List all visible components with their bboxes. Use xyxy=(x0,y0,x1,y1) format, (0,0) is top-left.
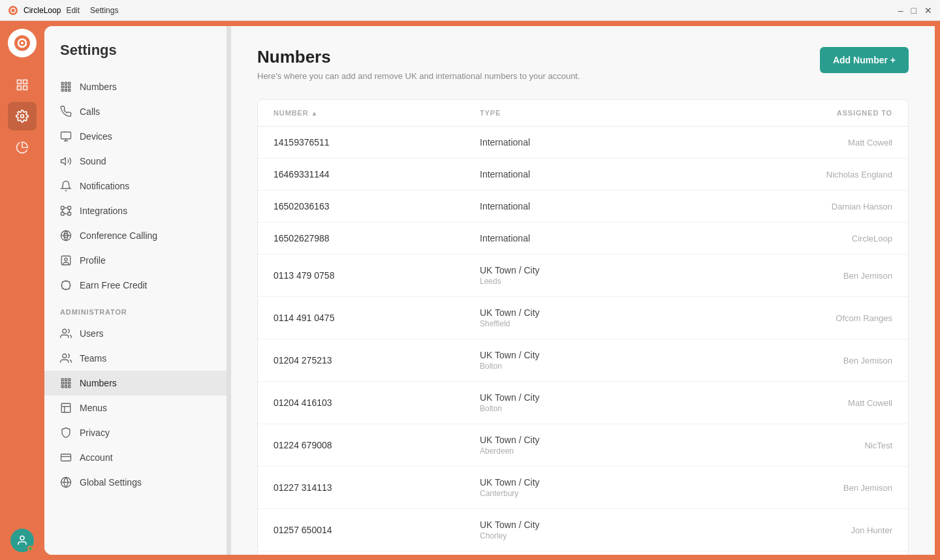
cell-type: International xyxy=(480,169,686,179)
svg-rect-49 xyxy=(61,403,70,412)
svg-point-36 xyxy=(65,258,68,261)
svg-rect-5 xyxy=(18,80,22,84)
minimize-button[interactable]: – xyxy=(898,5,903,16)
rail-settings-button[interactable] xyxy=(8,102,37,131)
privacy-icon xyxy=(60,427,72,439)
svg-rect-8 xyxy=(24,86,27,90)
sidebar-item-calls[interactable]: Calls xyxy=(44,99,227,124)
page-subtitle: Here's where you can add and remove UK a… xyxy=(257,71,580,81)
cell-number: 01204 416103 xyxy=(274,397,480,408)
sidebar-item-conference[interactable]: Conference Calling xyxy=(44,223,227,248)
rail-grid-button[interactable] xyxy=(8,70,37,99)
online-status-dot xyxy=(27,546,33,552)
sidebar-item-devices[interactable]: Devices xyxy=(44,124,227,149)
svg-rect-24 xyxy=(61,206,65,210)
settings-icon xyxy=(16,110,29,123)
sidebar-item-earn-credit[interactable]: Earn Free Credit xyxy=(44,273,227,298)
add-number-button[interactable]: Add Number + xyxy=(820,47,909,73)
menus-icon xyxy=(60,402,72,414)
svg-rect-16 xyxy=(69,86,70,88)
sidebar-item-admin-numbers[interactable]: Numbers xyxy=(44,371,227,396)
col-number: NUMBER ▲ xyxy=(274,109,480,117)
table-row[interactable]: 01204 275213 UK Town / CityBolton Ben Je… xyxy=(258,339,908,382)
integrations-icon xyxy=(60,205,72,217)
account-icon xyxy=(60,452,72,463)
table-row[interactable]: 16502036163 International Damian Hanson xyxy=(258,191,908,223)
sidebar-item-users[interactable]: Users xyxy=(44,321,227,346)
sort-arrow-icon[interactable]: ▲ xyxy=(311,110,319,117)
rail-logo[interactable] xyxy=(8,29,37,57)
cell-number: 01227 314113 xyxy=(274,482,480,493)
users-icon xyxy=(60,328,72,339)
svg-rect-48 xyxy=(69,386,70,388)
cell-assigned: CircleLoop xyxy=(686,234,892,243)
cell-assigned: Ofcom Ranges xyxy=(686,313,892,323)
table-row[interactable]: 0114 491 0475 UK Town / CitySheffield Of… xyxy=(258,297,908,339)
sidebar-title: Settings xyxy=(44,42,227,74)
svg-rect-42 xyxy=(69,379,70,381)
col-assigned: ASSIGNED TO xyxy=(686,109,892,117)
menu-settings[interactable]: Settings xyxy=(90,6,118,15)
titlebar-controls: – □ ✕ xyxy=(898,5,932,16)
main-panel: Numbers Here's where you can add and rem… xyxy=(231,26,935,555)
sidebar-item-sound[interactable]: Sound xyxy=(44,149,227,174)
svg-rect-44 xyxy=(65,382,67,384)
rail-analytics-button[interactable] xyxy=(8,133,37,162)
cell-type: UK Town / CityBolton xyxy=(480,350,686,371)
sidebar-item-menus[interactable]: Menus xyxy=(44,396,227,420)
svg-rect-13 xyxy=(69,82,70,84)
svg-rect-19 xyxy=(69,89,70,91)
table-row[interactable]: 0131 356 0753 UK Town / CityEdinburgh Of… xyxy=(258,552,908,555)
close-button[interactable]: ✕ xyxy=(924,5,932,16)
app-title: CircleLoop xyxy=(24,6,61,15)
sidebar-item-integrations[interactable]: Integrations xyxy=(44,198,227,223)
sidebar-item-teams[interactable]: Teams xyxy=(44,346,227,371)
svg-rect-40 xyxy=(61,379,63,381)
table-row[interactable]: 16469331144 International Nicholas Engla… xyxy=(258,159,908,191)
cell-assigned: NicTest xyxy=(686,441,892,450)
table-row[interactable]: 14159376511 International Matt Cowell xyxy=(258,127,908,159)
svg-rect-47 xyxy=(65,386,67,388)
table-row[interactable]: 16502627988 International CircleLoop xyxy=(258,223,908,255)
global-icon xyxy=(60,476,72,488)
table-row[interactable]: 0113 479 0758 UK Town / CityLeeds Ben Je… xyxy=(258,255,908,297)
cell-assigned: Nicholas England xyxy=(686,170,892,179)
svg-marker-23 xyxy=(61,158,66,165)
sidebar-item-global[interactable]: Global Settings xyxy=(44,470,227,495)
table-row[interactable]: 01224 679008 UK Town / CityAberdeen NicT… xyxy=(258,424,908,467)
sidebar-item-privacy[interactable]: Privacy xyxy=(44,420,227,445)
svg-rect-20 xyxy=(61,132,71,139)
devices-icon xyxy=(60,131,72,142)
titlebar-left: CircleLoop Edit Settings xyxy=(8,5,118,16)
page-title: Numbers xyxy=(257,47,580,67)
icon-rail xyxy=(0,21,44,560)
cell-number: 0114 491 0475 xyxy=(274,313,480,323)
cell-type: International xyxy=(480,137,686,148)
cell-type: International xyxy=(480,233,686,243)
table-header: NUMBER ▲ TYPE ASSIGNED TO xyxy=(258,100,908,127)
notifications-icon xyxy=(60,180,72,192)
titlebar-menu: Edit Settings xyxy=(66,6,118,15)
calls-icon xyxy=(60,106,72,117)
cell-type: UK Town / CityLeeds xyxy=(480,265,686,286)
user-avatar[interactable] xyxy=(10,529,34,552)
sidebar-item-account[interactable]: Account xyxy=(44,445,227,470)
table-row[interactable]: 01204 416103 UK Town / CityBolton Matt C… xyxy=(258,382,908,424)
table-row[interactable]: 01227 314113 UK Town / CityCanterbury Be… xyxy=(258,467,908,509)
table-row[interactable]: 01257 650014 UK Town / CityChorley Jon H… xyxy=(258,509,908,552)
sidebar-item-notifications[interactable]: Notifications xyxy=(44,174,227,198)
cell-type: UK Town / CityCanterbury xyxy=(480,477,686,498)
svg-point-39 xyxy=(63,354,67,358)
svg-point-10 xyxy=(20,536,24,540)
numbers-table: NUMBER ▲ TYPE ASSIGNED TO 14159376511 In… xyxy=(257,99,909,555)
maximize-button[interactable]: □ xyxy=(911,5,916,16)
sidebar-item-numbers[interactable]: Numbers xyxy=(44,74,227,99)
avatar-icon xyxy=(16,535,28,546)
sidebar-item-profile[interactable]: Profile xyxy=(44,248,227,273)
col-type: TYPE xyxy=(480,109,686,117)
svg-point-38 xyxy=(63,329,67,333)
menu-edit[interactable]: Edit xyxy=(66,6,80,15)
svg-rect-45 xyxy=(69,382,70,384)
cell-number: 16502627988 xyxy=(274,233,480,243)
svg-rect-43 xyxy=(61,382,63,384)
